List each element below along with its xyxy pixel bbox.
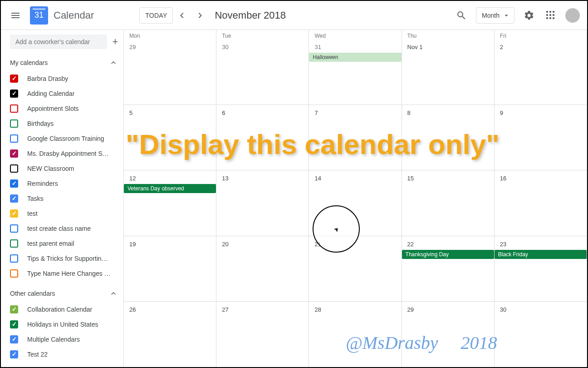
- day-cell[interactable]: 14: [309, 170, 402, 236]
- day-cell[interactable]: 27: [216, 302, 309, 367]
- add-coworker-input[interactable]: [10, 35, 107, 49]
- today-button[interactable]: TODAY: [139, 7, 173, 24]
- calendar-label: Holidays in United States: [27, 321, 98, 328]
- day-cell[interactable]: 31Halloween: [309, 39, 402, 104]
- day-cell[interactable]: 23Black Friday: [495, 236, 587, 302]
- day-cell[interactable]: 28: [309, 302, 402, 367]
- day-cell[interactable]: 30: [216, 39, 309, 104]
- calendar-list-item[interactable]: Test 22: [10, 347, 123, 362]
- calendar-checkbox[interactable]: [10, 179, 18, 188]
- day-cell[interactable]: 2: [495, 39, 587, 104]
- day-number: 30: [500, 306, 506, 313]
- calendar-checkbox[interactable]: [10, 350, 18, 358]
- day-cell[interactable]: 7: [309, 105, 402, 170]
- day-cell[interactable]: 21: [309, 236, 402, 302]
- calendar-list-item[interactable]: Type Name Here Changes …: [10, 266, 123, 281]
- day-cell[interactable]: 15: [402, 170, 495, 236]
- day-cell[interactable]: 29: [124, 39, 216, 104]
- week-row: 19202122Thanksgiving Day23Black Friday: [124, 236, 587, 302]
- prev-period-button[interactable]: [173, 6, 191, 25]
- day-cell[interactable]: 5: [124, 105, 216, 170]
- day-number: 12: [129, 175, 136, 182]
- sidebar: + My calendars Barbra DrasbyAdding Calen…: [1, 30, 123, 367]
- day-cell[interactable]: 12Veterans Day observed: [124, 170, 216, 236]
- day-cell[interactable]: 16: [495, 170, 587, 236]
- day-cell[interactable]: 30: [495, 302, 587, 367]
- weekday-header-row: MonTueWedThuFri: [124, 30, 587, 39]
- calendar-checkbox[interactable]: [10, 209, 18, 218]
- add-calendar-button[interactable]: +: [107, 34, 123, 50]
- my-calendars-header[interactable]: My calendars: [10, 55, 123, 71]
- account-button[interactable]: [562, 5, 583, 26]
- day-cell[interactable]: 6: [216, 105, 309, 170]
- day-number: 7: [314, 109, 318, 116]
- other-calendars-header[interactable]: Other calendars: [10, 285, 123, 302]
- google-apps-button[interactable]: [540, 5, 562, 26]
- calendar-list-item[interactable]: Collaboration Calendar: [10, 302, 123, 317]
- day-cell[interactable]: 29: [402, 302, 495, 367]
- calendar-list-item[interactable]: test: [10, 206, 123, 221]
- calendar-checkbox[interactable]: [10, 164, 18, 173]
- day-cell[interactable]: 13: [216, 170, 309, 236]
- calendar-checkbox[interactable]: [10, 254, 18, 263]
- main-menu-button[interactable]: [5, 5, 26, 26]
- calendar-label: NEW Classroom: [27, 165, 74, 172]
- day-cell[interactable]: Nov 1: [402, 39, 495, 104]
- day-cell[interactable]: 22Thanksgiving Day: [402, 236, 495, 302]
- weekday-header-cell: Fri: [495, 30, 587, 39]
- weeks-container: 293031HalloweenNov 125678912Veterans Day…: [124, 39, 587, 367]
- search-icon: [456, 10, 467, 21]
- calendar-checkbox[interactable]: [10, 224, 18, 233]
- calendar-checkbox[interactable]: [10, 194, 18, 203]
- day-cell[interactable]: 19: [124, 236, 216, 302]
- day-cell[interactable]: 20: [216, 236, 309, 302]
- chevron-up-icon: [109, 289, 118, 298]
- calendar-list-item[interactable]: Google Classroom Training: [10, 131, 123, 146]
- calendar-event[interactable]: Veterans Day observed: [124, 184, 216, 193]
- calendar-event[interactable]: Thanksgiving Day: [402, 250, 494, 259]
- day-cell[interactable]: 9: [495, 105, 587, 170]
- settings-button[interactable]: [518, 5, 540, 26]
- calendar-list-item[interactable]: test create class name: [10, 221, 123, 236]
- calendar-list-item[interactable]: Adding Calendar: [10, 86, 123, 101]
- calendar-list-item[interactable]: Ms. Drasby Appointment S…: [10, 146, 123, 161]
- calendar-list-item[interactable]: Reminders: [10, 176, 123, 191]
- header-bar: 31 Calendar TODAY November 2018 Month: [1, 1, 587, 30]
- calendar-list-item[interactable]: Appointment Slots: [10, 101, 123, 116]
- search-button[interactable]: [451, 5, 472, 26]
- calendar-list-item[interactable]: Tasks: [10, 191, 123, 206]
- calendar-list-item[interactable]: Tips & Tricks for Supportin…: [10, 251, 123, 266]
- calendar-checkbox[interactable]: [10, 335, 18, 343]
- calendar-list-item[interactable]: Birthdays: [10, 116, 123, 131]
- calendar-list-item[interactable]: Multiple Calendars: [10, 332, 123, 347]
- calendar-label: Adding Calendar: [27, 90, 74, 97]
- calendar-list-item[interactable]: Barbra Drasby: [10, 71, 123, 86]
- calendar-label: Multiple Calendars: [27, 336, 80, 343]
- day-cell[interactable]: 8: [402, 105, 495, 170]
- calendar-label: Test 22: [27, 351, 48, 358]
- account-avatar-icon: [565, 8, 580, 23]
- chevron-up-icon: [109, 58, 118, 67]
- calendar-list-item[interactable]: NEW Classroom: [10, 161, 123, 176]
- calendar-event[interactable]: Halloween: [309, 53, 401, 62]
- day-cell[interactable]: 26: [124, 302, 216, 367]
- calendar-grid: MonTueWedThuFri 293031HalloweenNov 12567…: [123, 30, 587, 367]
- calendar-checkbox[interactable]: [10, 119, 18, 128]
- calendar-checkbox[interactable]: [10, 75, 18, 83]
- view-selector[interactable]: Month: [476, 7, 514, 24]
- calendar-list-item[interactable]: test parent email: [10, 236, 123, 251]
- calendar-checkbox[interactable]: [10, 134, 18, 143]
- calendar-label: Appointment Slots: [27, 105, 79, 112]
- calendar-checkbox[interactable]: [10, 104, 18, 113]
- calendar-checkbox[interactable]: [10, 239, 18, 248]
- calendar-event[interactable]: Black Friday: [495, 250, 587, 259]
- calendar-list-item[interactable]: Holidays in United States: [10, 317, 123, 332]
- calendar-label: Birthdays: [27, 120, 54, 127]
- calendar-checkbox[interactable]: [10, 305, 18, 313]
- calendar-checkbox[interactable]: [10, 90, 18, 98]
- calendar-label: test: [27, 210, 38, 217]
- next-period-button[interactable]: [191, 6, 209, 25]
- calendar-checkbox[interactable]: [10, 269, 18, 278]
- calendar-checkbox[interactable]: [10, 149, 18, 158]
- calendar-checkbox[interactable]: [10, 320, 18, 328]
